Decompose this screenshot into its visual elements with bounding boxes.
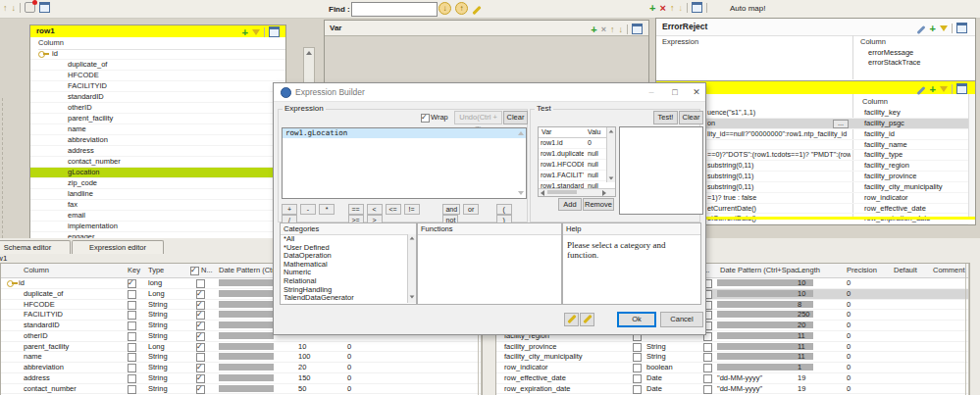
schema-row[interactable]: row_indicatorboolean10 [496, 363, 969, 373]
operator-button[interactable]: == [348, 204, 364, 215]
input-column-row[interactable]: abbreviation [30, 135, 285, 146]
minimize-button[interactable]: – [645, 86, 658, 98]
key-checkbox[interactable] [633, 353, 642, 362]
dialog-titlebar[interactable]: Expression Builder – □ ✕ [274, 83, 705, 102]
nullable-checkbox[interactable] [196, 385, 205, 394]
input-column-row[interactable]: id [30, 49, 285, 60]
down-icon[interactable]: ↓ [619, 25, 624, 34]
schema-row[interactable]: nameString1000 [1, 352, 482, 363]
nullable-checkbox[interactable] [196, 353, 205, 362]
categories-scrollbar[interactable] [407, 234, 416, 303]
var-table-hscroll[interactable] [539, 188, 615, 196]
schema-row[interactable]: row_effective_dateDate"dd-MM-yyyy"190 [496, 373, 969, 384]
expression-cell[interactable]: substring(0,11) [707, 182, 851, 192]
clear-expression-button[interactable]: Clear [503, 111, 528, 124]
remove-button[interactable]: Remove [583, 198, 614, 211]
pencil-icon[interactable] [472, 6, 481, 15]
operator-button[interactable]: ( [496, 204, 512, 215]
error-row[interactable]: errorMessage [656, 48, 975, 58]
funnel-icon[interactable] [940, 86, 948, 92]
header-nullable-checkbox[interactable] [190, 267, 199, 275]
input-column-row[interactable]: contact_number [30, 157, 285, 168]
key-checkbox[interactable] [128, 343, 136, 352]
funnel-icon[interactable] [940, 25, 948, 31]
dice-icon[interactable] [25, 2, 35, 13]
operator-button[interactable]: != [404, 204, 420, 215]
input-column-row[interactable]: zip_code [30, 178, 285, 189]
nullable-checkbox[interactable] [703, 353, 712, 362]
nullable-checkbox[interactable] [703, 364, 712, 372]
key-checkbox[interactable] [128, 290, 136, 299]
key-checkbox[interactable] [128, 301, 136, 310]
var-table-vscroll[interactable] [606, 127, 615, 182]
window-icon[interactable] [269, 26, 280, 37]
output-scroll-track[interactable] [968, 94, 975, 217]
var-row[interactable]: row1.HFCODEnull [539, 160, 615, 171]
schema-row[interactable]: abbreviationString200 [1, 363, 482, 373]
input-column-row[interactable]: otherID [30, 103, 285, 114]
export-expression-button[interactable] [580, 313, 594, 326]
expression-cell[interactable]: =1)? true : false [707, 193, 851, 203]
find-input[interactable] [351, 2, 438, 17]
test-button[interactable]: Test! [653, 111, 678, 124]
add-col-icon[interactable]: + [930, 84, 936, 94]
expression-cell[interactable]: ==0)?"DOTS":(row1.tcdots==1)? "PMDT":(ro… [707, 150, 851, 160]
ok-button[interactable]: Ok [617, 312, 656, 327]
cancel-button[interactable]: Cancel [660, 312, 703, 327]
auto-map-button[interactable]: Auto map! [730, 4, 765, 13]
expression-cell[interactable]: substring(0,11) [707, 172, 851, 181]
plus-icon[interactable]: + [591, 25, 596, 34]
input-column-row[interactable]: FACILITYID [30, 81, 285, 92]
expression-textarea[interactable]: row1.gLocation [282, 127, 527, 199]
operator-button[interactable]: or [463, 204, 479, 215]
window-icon[interactable] [39, 2, 50, 13]
add-button[interactable]: Add [558, 198, 582, 211]
cat-scroll-up[interactable] [410, 236, 415, 239]
nullable-checkbox[interactable] [196, 301, 205, 310]
schema-row[interactable]: row_expiration_dateDate"dd-MM-yyyy"190 [496, 384, 969, 395]
nullable-checkbox[interactable] [196, 374, 205, 383]
error-row[interactable]: errorStackTrace [656, 58, 975, 68]
input-column-row[interactable]: parent_facility [30, 114, 285, 124]
key-checkbox[interactable] [128, 311, 136, 320]
nullable-checkbox[interactable] [196, 279, 205, 288]
schema-row[interactable]: facility_provinceString110 [496, 342, 969, 353]
expression-cell[interactable]: etCurrentDate() [707, 204, 851, 214]
input-column-row[interactable]: landline [30, 189, 285, 200]
key-checkbox[interactable] [128, 374, 136, 383]
key-checkbox[interactable] [633, 374, 642, 383]
window-icon[interactable] [956, 23, 967, 33]
textarea-scroll-down[interactable] [518, 191, 524, 195]
nullable-checkbox[interactable] [196, 311, 205, 320]
operator-button[interactable]: < [367, 204, 383, 215]
up-icon[interactable]: ↑ [3, 3, 8, 13]
tab-schema-editor[interactable]: Schema editor [0, 240, 71, 254]
expression-cell[interactable]: uence("s1",1,1) [707, 108, 851, 118]
expression-cell[interactable]: substring(0,11) [707, 161, 851, 171]
test-clear-button[interactable]: Clear [679, 111, 703, 124]
key-checkbox[interactable] [128, 385, 136, 394]
key-checkbox[interactable] [633, 343, 642, 352]
input-column-row[interactable]: fax [30, 200, 285, 211]
nullable-checkbox[interactable] [703, 385, 712, 394]
input-column-row[interactable]: duplicate_of [30, 60, 285, 71]
input-column-row[interactable]: standardID [30, 92, 285, 103]
add-col-icon[interactable]: + [242, 27, 248, 37]
input-column-row[interactable]: HFCODE [30, 71, 285, 81]
key-checkbox[interactable] [128, 321, 136, 330]
window-icon[interactable] [692, 2, 702, 13]
plus-icon[interactable]: + [649, 3, 655, 13]
close-button[interactable]: ✕ [690, 86, 703, 98]
undo-button[interactable]: Undo(Ctrl + Z) [454, 111, 502, 124]
test-var-table[interactable]: Var Valu row1.id0row1.duplicate...nullro… [538, 126, 616, 197]
wrench-icon[interactable] [916, 25, 925, 34]
wrap-checkbox[interactable] [421, 114, 430, 123]
window-icon[interactable] [956, 83, 967, 94]
var-row[interactable]: row1.id0 [539, 138, 615, 149]
key-checkbox[interactable] [633, 385, 642, 394]
up-icon[interactable]: ↑ [610, 25, 615, 34]
var-row[interactable]: row1.duplicate...null [539, 149, 615, 160]
scroll-up-arrow[interactable] [306, 51, 312, 55]
schema-row[interactable]: parent_facilityLong100 [1, 342, 482, 353]
schema-row[interactable]: addressString1500 [1, 373, 482, 384]
